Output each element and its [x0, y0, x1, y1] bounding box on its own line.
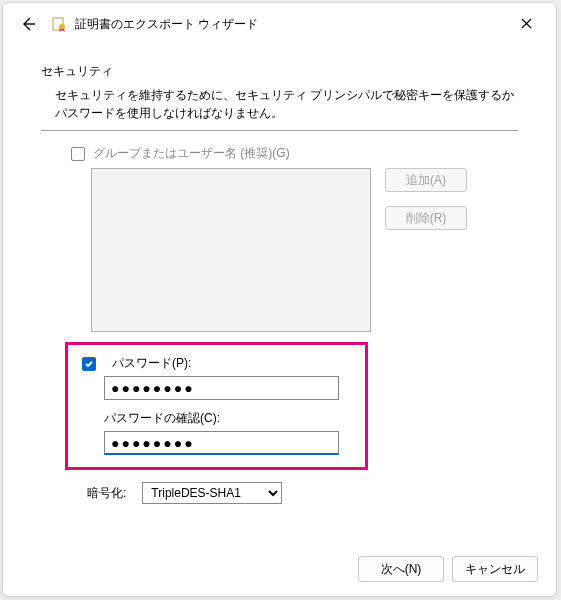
divider — [41, 130, 518, 131]
export-wizard-dialog: 証明書のエクスポート ウィザード セキュリティ セキュリティを維持するために、セ… — [2, 2, 557, 597]
principals-listbox[interactable] — [91, 168, 371, 332]
cancel-button[interactable]: キャンセル — [452, 556, 538, 582]
password-row: パスワード(P): — [82, 355, 351, 400]
principals-area: 追加(A) 削除(R) — [41, 168, 518, 332]
section-description: セキュリティを維持するために、セキュリティ プリンシパルで秘密キーを保護するかパ… — [41, 86, 518, 122]
add-button[interactable]: 追加(A) — [385, 168, 467, 192]
group-checkbox[interactable] — [71, 147, 85, 161]
section-title: セキュリティ — [41, 63, 518, 80]
encryption-select[interactable]: TripleDES-SHA1 — [142, 482, 282, 504]
password-label: パスワード(P): — [112, 355, 191, 372]
encryption-label: 暗号化: — [87, 485, 126, 502]
password-highlight: パスワード(P): パスワードの確認(C): — [65, 342, 368, 470]
password-input[interactable] — [104, 376, 339, 400]
encryption-row: 暗号化: TripleDES-SHA1 — [87, 482, 518, 504]
password-confirm-label: パスワードの確認(C): — [104, 410, 351, 427]
remove-button[interactable]: 削除(R) — [385, 206, 467, 230]
group-checkbox-row: グループまたはユーザー名 (推奨)(G) — [41, 145, 518, 162]
password-checkbox[interactable] — [82, 357, 96, 371]
password-confirm-input[interactable] — [104, 431, 339, 455]
back-button[interactable] — [19, 15, 37, 33]
password-check-row: パスワード(P): — [82, 355, 351, 372]
titlebar: 証明書のエクスポート ウィザード — [3, 3, 556, 43]
footer: 次へ(N) キャンセル — [3, 544, 556, 596]
group-label: グループまたはユーザー名 (推奨)(G) — [93, 145, 290, 162]
back-arrow-icon — [20, 16, 36, 32]
close-icon — [521, 18, 532, 29]
dialog-title: 証明書のエクスポート ウィザード — [75, 16, 258, 33]
principals-buttons: 追加(A) 削除(R) — [385, 168, 467, 332]
next-button[interactable]: 次へ(N) — [358, 556, 444, 582]
certificate-icon — [51, 16, 67, 32]
close-button[interactable] — [506, 9, 546, 37]
content-area: セキュリティ セキュリティを維持するために、セキュリティ プリンシパルで秘密キー… — [3, 43, 556, 544]
